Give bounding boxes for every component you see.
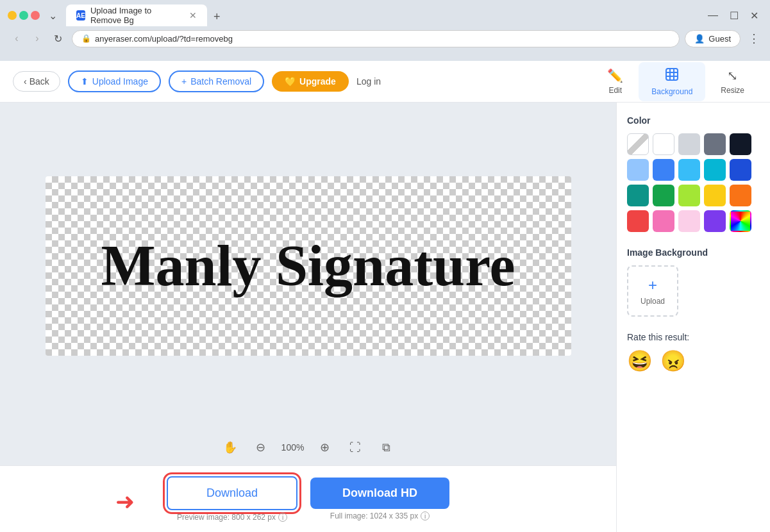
more-options-btn[interactable]: ⋮: [746, 29, 762, 48]
back-button[interactable]: ‹ Back: [13, 71, 60, 92]
download-hd-button[interactable]: Download HD: [310, 478, 449, 509]
minimize-btn[interactable]: [8, 11, 17, 20]
zoom-level: 100%: [281, 442, 305, 453]
pan-tool-btn[interactable]: ✋: [220, 437, 240, 458]
edit-tool-btn[interactable]: ✏️ Edit: [594, 63, 636, 100]
color-label: Color: [627, 115, 760, 126]
preview-info-icon: i: [278, 513, 287, 522]
resize-icon: ⤡: [727, 68, 738, 83]
back-arrow[interactable]: ‹: [8, 29, 26, 47]
upgrade-label: Upgrade: [299, 76, 336, 87]
tab-favicon: AE: [76, 10, 85, 21]
download-button[interactable]: Download: [167, 476, 297, 510]
color-swatch-black[interactable]: [730, 133, 751, 155]
angry-emoji-btn[interactable]: 😠: [660, 349, 686, 373]
tool-tabs: ✏️ Edit Background ⤡ Resize: [594, 62, 757, 101]
lock-icon: 🔒: [81, 34, 91, 43]
full-info: Full image: 1024 x 335 px i: [330, 511, 430, 520]
url-text: anyeraser.com/upload/?td=removebg: [95, 34, 670, 44]
signature-overlay: Manly Signature: [46, 176, 571, 356]
signature-text: Manly Signature: [101, 237, 515, 295]
canvas-area: Manly Signature ✋ ⊖ 100% ⊕ ⛶ ⧉ ➜: [0, 103, 616, 532]
maximize-btn[interactable]: [19, 11, 28, 20]
fullscreen-btn[interactable]: ⛶: [345, 437, 365, 458]
color-swatch-red[interactable]: [627, 210, 649, 232]
image-upload-area[interactable]: + Upload: [627, 265, 678, 317]
bottom-bar: ➜ Download Preview image: 800 x 262 px i…: [0, 465, 616, 532]
download-hd-wrapper: Download HD Full image: 1024 x 335 px i: [310, 478, 449, 520]
login-button[interactable]: Log in: [356, 76, 381, 87]
right-panel: Color: [616, 103, 770, 532]
back-chevron-icon: ‹: [24, 76, 27, 87]
color-swatch-blue[interactable]: [653, 159, 674, 181]
image-canvas: Manly Signature: [46, 176, 571, 356]
color-swatch-yellow[interactable]: [704, 185, 726, 206]
upload-image-button[interactable]: ⬆ Upload Image: [68, 71, 161, 92]
color-swatch-green[interactable]: [653, 185, 674, 206]
rate-label: Rate this result:: [627, 332, 760, 342]
download-label: Download: [206, 486, 258, 499]
resize-label: Resize: [721, 86, 744, 95]
upload-icon: ⬆: [81, 76, 88, 87]
batch-removal-button[interactable]: + Batch Removal: [169, 71, 264, 92]
color-swatch-gradient[interactable]: [730, 210, 751, 232]
zoom-out-btn[interactable]: ⊖: [251, 437, 271, 458]
forward-arrow[interactable]: ›: [28, 29, 46, 47]
close-btn[interactable]: [31, 11, 40, 20]
color-swatch-sky[interactable]: [678, 159, 700, 181]
color-swatch-purple[interactable]: [704, 210, 726, 232]
tab-close-btn[interactable]: ✕: [189, 10, 197, 21]
color-swatch-cyan[interactable]: [704, 159, 726, 181]
resize-tool-btn[interactable]: ⤡ Resize: [708, 63, 757, 100]
preview-info: Preview image: 800 x 262 px i: [177, 513, 287, 522]
edit-label: Edit: [608, 86, 622, 95]
heart-icon: 💛: [285, 76, 296, 87]
background-tool-btn[interactable]: Background: [639, 62, 705, 101]
app-header: ‹ Back ⬆ Upload Image + Batch Removal 💛 …: [0, 61, 770, 103]
split-view-btn[interactable]: ⧉: [376, 437, 396, 458]
red-arrow-icon: ➜: [115, 488, 135, 515]
color-swatch-teal[interactable]: [627, 185, 649, 206]
svg-rect-0: [666, 69, 678, 80]
guest-label: Guest: [708, 34, 731, 44]
window-minimize-btn[interactable]: —: [704, 7, 722, 24]
canvas-wrapper[interactable]: Manly Signature: [0, 103, 616, 429]
preview-info-text: Preview image: 800 x 262 px: [177, 513, 276, 522]
color-swatch-light-blue[interactable]: [627, 159, 649, 181]
upload-label: Upload Image: [92, 76, 148, 87]
address-bar[interactable]: 🔒 anyeraser.com/upload/?td=removebg: [72, 30, 680, 47]
upgrade-button[interactable]: 💛 Upgrade: [272, 71, 349, 92]
color-swatch-orange[interactable]: [730, 185, 751, 206]
color-swatch-white[interactable]: [653, 133, 674, 155]
color-swatch-gray[interactable]: [704, 133, 726, 155]
upload-area-label: Upload: [640, 297, 665, 306]
browser-tab[interactable]: AE Upload Image to Remove Bg ✕: [66, 4, 207, 26]
zoom-in-btn[interactable]: ⊕: [314, 437, 335, 458]
color-swatch-dark-blue[interactable]: [730, 159, 751, 181]
full-info-icon: i: [421, 511, 430, 520]
color-section: Color: [627, 115, 760, 232]
refresh-btn[interactable]: ↻: [49, 29, 67, 47]
plus-icon: +: [181, 76, 187, 87]
color-grid: [627, 133, 760, 232]
tab-title: Upload Image to Remove Bg: [90, 6, 181, 25]
guest-icon: 👤: [694, 34, 705, 44]
window-maximize-btn[interactable]: ☐: [726, 7, 742, 24]
image-background-section: Image Background + Upload: [627, 247, 760, 317]
color-swatch-light-gray[interactable]: [678, 133, 700, 155]
back-label: Back: [29, 76, 49, 87]
happy-emoji-btn[interactable]: 😆: [627, 349, 653, 373]
new-tab-btn[interactable]: +: [208, 8, 226, 26]
window-close-btn[interactable]: ✕: [746, 7, 762, 24]
batch-label: Batch Removal: [190, 76, 251, 87]
upload-plus-icon: +: [648, 276, 657, 294]
background-icon: [665, 67, 679, 85]
guest-button[interactable]: 👤 Guest: [685, 30, 741, 47]
color-swatch-pink[interactable]: [653, 210, 674, 232]
tab-switcher[interactable]: ⌄: [45, 7, 61, 24]
color-swatch-lime[interactable]: [678, 185, 700, 206]
color-swatch-transparent[interactable]: [627, 133, 649, 155]
rate-section: Rate this result: 😆 😠: [627, 332, 760, 373]
color-swatch-light-pink[interactable]: [678, 210, 700, 232]
download-hd-label: Download HD: [342, 486, 417, 499]
